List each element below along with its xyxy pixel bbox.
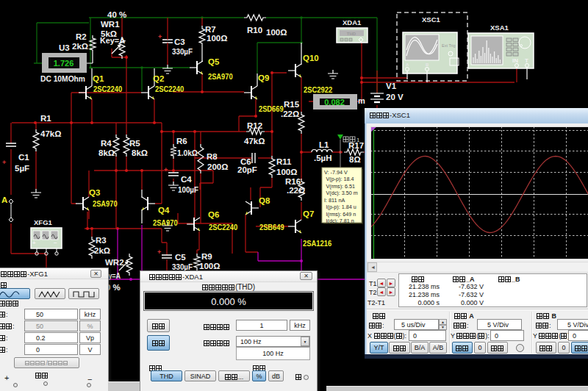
svg-text:2SC2240: 2SC2240 (155, 85, 184, 93)
svg-text:m: m (358, 96, 365, 105)
svg-text:2kΩ: 2kΩ (72, 42, 88, 51)
svg-text:A: A (1, 196, 7, 204)
svg-text:+: + (164, 166, 168, 173)
svg-text:C5: C5 (175, 253, 186, 262)
svg-text:I(dc): 7.81 n: I(dc): 7.81 n (326, 218, 354, 224)
svg-text:R10: R10 (247, 26, 262, 35)
svg-text:Ext Trig: Ext Trig (442, 43, 456, 48)
svg-text:XFG1: XFG1 (34, 218, 53, 226)
svg-text:+: + (32, 240, 36, 246)
svg-text:Q3: Q3 (89, 188, 100, 197)
svg-text:1: 1 (356, 137, 360, 143)
svg-text:Key=A: Key=A (100, 36, 125, 45)
svg-text:R4: R4 (101, 139, 112, 148)
svg-text:1.0kΩ: 1.0kΩ (177, 148, 198, 157)
svg-text:V(p-p): 18.4: V(p-p): 18.4 (326, 176, 354, 182)
svg-text:A: A (406, 62, 409, 67)
svg-text:C3: C3 (174, 37, 185, 46)
svg-text:R6: R6 (176, 137, 187, 146)
svg-text:8kΩ: 8kΩ (98, 148, 115, 157)
svg-text:R3: R3 (96, 236, 107, 245)
svg-text:C1: C1 (18, 153, 29, 162)
svg-text:2kΩ: 2kΩ (94, 246, 110, 255)
svg-text:100µF: 100µF (178, 185, 198, 194)
svg-text:R15: R15 (284, 100, 300, 109)
svg-text:WR1: WR1 (101, 20, 120, 29)
svg-text:8Ω: 8Ω (349, 155, 361, 164)
svg-text:T: T (525, 57, 528, 64)
svg-text:R8: R8 (207, 152, 218, 161)
svg-text:Q6: Q6 (208, 210, 219, 219)
svg-text:2SA1216: 2SA1216 (303, 239, 331, 248)
svg-text:Q2: Q2 (153, 74, 164, 83)
svg-text:R7: R7 (205, 25, 216, 34)
svg-text:V(rms): 6.51: V(rms): 6.51 (326, 183, 356, 190)
svg-text:1.726: 1.726 (54, 59, 74, 68)
svg-text:Q1: Q1 (93, 74, 104, 83)
svg-text:100Ω: 100Ω (207, 34, 227, 43)
svg-text:2SC2922: 2SC2922 (304, 85, 332, 94)
svg-text:2SA970: 2SA970 (153, 218, 178, 227)
svg-text:R9: R9 (201, 252, 212, 261)
svg-text:2SD669: 2SD669 (259, 104, 284, 113)
svg-text:100Ω: 100Ω (199, 262, 220, 270)
svg-text:R2: R2 (76, 32, 87, 41)
svg-text:2SB649: 2SB649 (259, 223, 284, 232)
svg-text:330µF: 330µF (172, 47, 193, 56)
svg-text:I(rms): 649 n: I(rms): 649 n (326, 211, 356, 218)
svg-text:Q7: Q7 (303, 209, 314, 218)
svg-text:5µF: 5µF (15, 164, 29, 173)
svg-text:XSA1: XSA1 (490, 24, 509, 32)
svg-text:8kΩ: 8kΩ (132, 148, 148, 157)
svg-text:.22Ω: .22Ω (287, 186, 305, 195)
svg-text:V(dc): 3.50 m: V(dc): 3.50 m (326, 190, 358, 196)
svg-text:.22Ω: .22Ω (281, 110, 299, 118)
svg-text:0.082: 0.082 (324, 98, 345, 107)
svg-text:47kΩ: 47kΩ (244, 137, 265, 146)
svg-text:R12: R12 (247, 121, 262, 130)
svg-text:2SC2240: 2SC2240 (209, 223, 237, 232)
svg-text:XSC1: XSC1 (422, 15, 441, 24)
svg-text:V: -7.94 V: V: -7.94 V (324, 169, 348, 176)
svg-text:+: + (157, 248, 161, 256)
svg-text:R16: R16 (285, 177, 301, 186)
svg-text:20 V: 20 V (386, 93, 404, 101)
svg-text:100Ω: 100Ω (266, 28, 287, 37)
svg-text:20pF: 20pF (237, 165, 257, 174)
svg-text:.5µH: .5µH (314, 154, 332, 162)
svg-text:40 %: 40 % (107, 10, 126, 19)
svg-text:L1: L1 (319, 140, 329, 149)
svg-text:B: B (426, 62, 429, 67)
svg-text:2SA970: 2SA970 (93, 199, 118, 208)
svg-text:C4: C4 (181, 175, 192, 184)
svg-text:Q8: Q8 (259, 196, 270, 205)
svg-text:WR2: WR2 (105, 258, 124, 267)
svg-text:I(p-p): 1.84 u: I(p-p): 1.84 u (326, 204, 356, 210)
svg-text:R5: R5 (129, 139, 140, 148)
svg-text:XDA1: XDA1 (343, 18, 362, 26)
svg-text:U3: U3 (59, 43, 70, 52)
svg-text:−: − (54, 240, 57, 246)
svg-text:V1: V1 (386, 82, 397, 90)
svg-text:IN: IN (512, 57, 518, 64)
svg-text:R1: R1 (40, 114, 51, 123)
svg-text:+: + (2, 159, 6, 166)
svg-text:+: + (158, 33, 162, 40)
svg-text:2SC2240: 2SC2240 (93, 85, 122, 93)
svg-text:I: 811 nA: I: 811 nA (324, 197, 345, 204)
svg-text:THD: THD (347, 32, 356, 36)
svg-text:Q9: Q9 (258, 73, 269, 82)
svg-text:100Ω: 100Ω (276, 168, 297, 176)
svg-text:2SA970: 2SA970 (208, 72, 233, 81)
svg-text:Q4: Q4 (158, 206, 170, 215)
svg-text:Q5: Q5 (208, 57, 220, 66)
svg-text:200Ω: 200Ω (207, 162, 228, 171)
svg-text:47kΩ: 47kΩ (40, 129, 61, 138)
svg-text:R11: R11 (276, 157, 292, 166)
svg-text:Q10: Q10 (303, 54, 319, 62)
svg-text:DC 10MOhm: DC 10MOhm (40, 74, 85, 83)
